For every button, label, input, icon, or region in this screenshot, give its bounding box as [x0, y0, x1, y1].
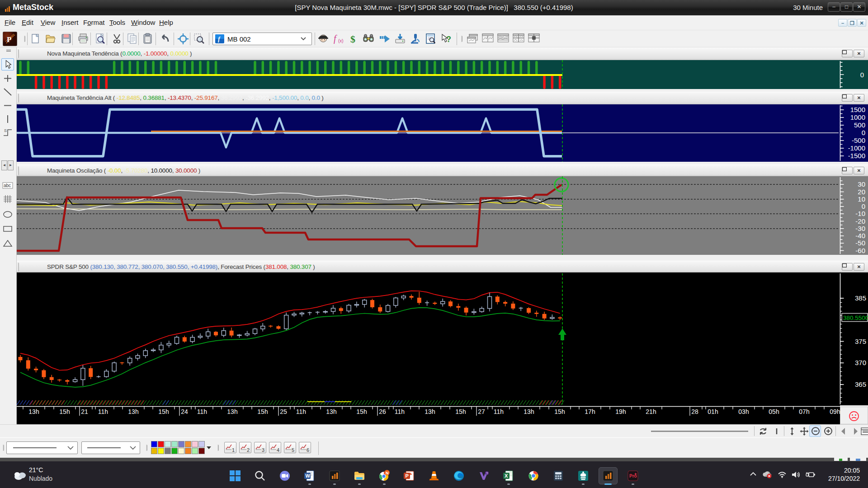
svg-text:-500: -500	[852, 136, 865, 144]
svg-text:30: 30	[858, 180, 865, 188]
svg-text:17h: 17h	[585, 408, 595, 415]
svg-text:X: X	[505, 473, 508, 479]
svg-text:-50: -50	[855, 239, 865, 247]
svg-text:15h: 15h	[356, 408, 367, 415]
svg-text:?: ?	[446, 35, 451, 44]
svg-text:W: W	[306, 473, 311, 479]
svg-text:500: 500	[854, 121, 865, 129]
svg-text:19h: 19h	[615, 408, 626, 415]
svg-text:-30: -30	[855, 225, 865, 232]
svg-text:28: 28	[691, 408, 698, 415]
svg-text:0: 0	[860, 71, 864, 79]
svg-text:13h: 13h	[425, 408, 435, 415]
svg-text:15h: 15h	[554, 408, 565, 415]
svg-text:11h: 11h	[395, 408, 405, 415]
svg-text:-60: -60	[855, 247, 865, 254]
svg-text:-40: -40	[855, 232, 865, 239]
svg-text:09h: 09h	[830, 408, 840, 415]
svg-text:24: 24	[181, 408, 188, 415]
svg-text:P: P	[406, 473, 409, 479]
svg-text:13h: 13h	[326, 408, 336, 415]
svg-text:?: ?	[486, 471, 488, 475]
svg-text:20: 20	[858, 188, 865, 196]
svg-text:380.5500: 380.5500	[843, 314, 868, 321]
svg-text:11h: 11h	[494, 408, 504, 415]
svg-text:21: 21	[81, 408, 88, 415]
svg-text:370: 370	[855, 359, 866, 366]
svg-text:N: N	[386, 471, 389, 475]
svg-text:0: 0	[862, 202, 865, 210]
svg-text:-20: -20	[855, 217, 865, 225]
svg-text:13h: 13h	[227, 408, 237, 415]
svg-text:21h: 21h	[646, 408, 656, 415]
svg-text:-1000: -1000	[848, 144, 865, 152]
svg-text:15h: 15h	[257, 408, 268, 415]
svg-text:f: f	[334, 33, 337, 44]
svg-text:P: P	[7, 35, 11, 44]
svg-text:375: 375	[855, 338, 866, 345]
svg-text:26: 26	[379, 408, 386, 415]
svg-text:03h: 03h	[738, 408, 749, 415]
svg-text:11h: 11h	[98, 408, 108, 415]
svg-text:(x): (x)	[338, 38, 344, 43]
svg-text:01h: 01h	[708, 408, 718, 415]
svg-text:385: 385	[855, 294, 866, 302]
svg-text:0: 0	[862, 129, 865, 136]
svg-text:13h: 13h	[524, 408, 534, 415]
svg-text:25: 25	[280, 408, 287, 415]
svg-text:27: 27	[478, 408, 485, 415]
svg-text:11h: 11h	[296, 408, 306, 415]
svg-text:-10: -10	[855, 210, 865, 217]
svg-text:13h: 13h	[128, 408, 138, 415]
svg-text:13h: 13h	[28, 408, 39, 415]
svg-text:$: $	[350, 33, 355, 45]
svg-text:05h: 05h	[769, 408, 779, 415]
svg-text:15h: 15h	[455, 408, 466, 415]
svg-text:1000: 1000	[850, 113, 865, 121]
svg-text:10: 10	[858, 195, 865, 203]
svg-text:-1500: -1500	[848, 152, 865, 160]
svg-text:15h: 15h	[59, 408, 70, 415]
svg-text:abc: abc	[4, 183, 11, 188]
svg-text:365: 365	[855, 380, 866, 388]
svg-text:07h: 07h	[799, 408, 809, 415]
svg-text:1500: 1500	[850, 106, 865, 113]
svg-text:S: S	[4, 128, 7, 133]
svg-text:11h: 11h	[197, 408, 207, 415]
svg-text:15h: 15h	[158, 408, 169, 415]
